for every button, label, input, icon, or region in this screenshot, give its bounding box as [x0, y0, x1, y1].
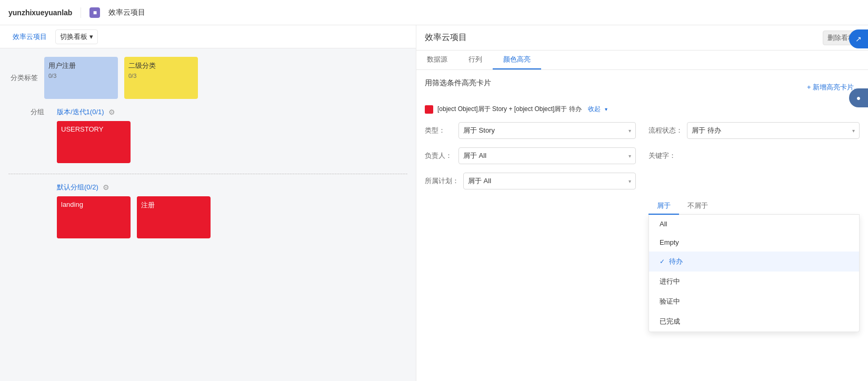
filter-tag-text: [object Object]屑于 Story + [object Object…	[437, 105, 582, 114]
dropdown-item-empty[interactable]: Empty	[649, 233, 859, 252]
plan-select-arrow-icon: ▾	[628, 178, 631, 184]
group-1-header: 版本/迭代1(0/1) ⚙	[57, 107, 407, 117]
group-2-cards: landing 注册	[57, 196, 407, 238]
filter-plan-select[interactable]: 屑于 All ▾	[463, 173, 636, 189]
dropdown-item-inprogress[interactable]: 进行中	[649, 272, 859, 292]
card-user-register[interactable]: 用户注册 0/3	[44, 57, 118, 99]
card-second-category-count: 0/3	[128, 73, 194, 79]
nav-separator	[81, 7, 81, 18]
left-panel: 效率云项目 切换看板 ▾ 分类标签 用户注册 0/3 二级分类 0/3	[0, 25, 416, 381]
filter-panel: 用筛选条件高亮卡片 + 新增高亮卡片... [object Object]屑于 …	[416, 70, 868, 381]
keyword-tab-belongs[interactable]: 屑于	[648, 198, 679, 215]
type-select-arrow-icon: ▾	[628, 128, 631, 134]
right-panel-header: 效率云项目 删除看板	[416, 25, 868, 51]
side-nav-rowcol[interactable]: 行列	[458, 51, 493, 69]
circle-btn-icon: ●	[856, 94, 861, 102]
top-nav: yunzhixueyuanlab ■ 效率云项目	[0, 0, 868, 25]
group-2-settings-icon[interactable]: ⚙	[103, 183, 109, 192]
card-userstory[interactable]: USERSTORY	[57, 121, 131, 163]
side-nav-datasource[interactable]: 数据源	[416, 51, 458, 69]
project-icon: ■	[89, 7, 100, 18]
card-user-register-count: 0/3	[48, 73, 114, 79]
card-landing[interactable]: landing	[57, 196, 131, 238]
top-cards-row: 用户注册 0/3 二级分类 0/3	[44, 57, 198, 99]
filter-keyword-field: 关键字：	[648, 147, 860, 164]
dropdown-item-pending-label: 待办	[669, 257, 683, 266]
left-sub-nav: 效率云项目 切换看板 ▾	[0, 25, 416, 48]
card-userstory-border	[57, 121, 59, 163]
group-1-cards: USERSTORY	[57, 121, 407, 163]
card-second-category[interactable]: 二级分类 0/3	[124, 57, 198, 99]
top-right-expand-btn[interactable]: ↗	[849, 29, 868, 48]
filter-type-label: 类型：	[425, 126, 454, 135]
card-second-category-title: 二级分类	[128, 61, 194, 71]
keyword-tabs: 屑于 不屑于	[648, 198, 860, 215]
switch-board-arrow: ▾	[89, 33, 93, 41]
check-icon: ✓	[660, 258, 665, 265]
nav-project-name: 效率云项目	[108, 8, 145, 17]
dropdown-item-pending[interactable]: ✓ 待办	[649, 252, 859, 272]
collapse-arrow-icon: ▾	[605, 106, 607, 112]
card-landing-border	[57, 196, 59, 238]
sub-nav-project[interactable]: 效率云项目	[8, 30, 51, 44]
filter-owner-value: 屑于 All	[463, 151, 486, 161]
right-side-nav: 数据源 行列 颜色高亮	[416, 51, 868, 70]
card-landing-title: landing	[61, 200, 126, 208]
keyword-tab-not-belongs[interactable]: 不屑于	[679, 198, 716, 215]
filter-plan-label: 所属计划：	[425, 176, 459, 186]
nav-logo: yunzhixueyuanlab	[8, 8, 72, 17]
side-nav-highlight[interactable]: 颜色高亮	[493, 51, 541, 69]
filter-flow-label: 流程状态：	[648, 126, 683, 135]
filter-keyword-label: 关键字：	[648, 151, 678, 161]
filter-form: 类型： 屑于 Story ▾ 流程状态： 屑于 待办 ▾ 负责人	[425, 122, 860, 189]
category-label-row: 分类标签 用户注册 0/3 二级分类 0/3	[8, 57, 407, 99]
keyword-section: 屑于 不屑于 All Empty ✓ 待办 进行中	[648, 198, 860, 332]
group-label: 分组	[31, 107, 44, 117]
card-register-border	[137, 196, 139, 238]
dropdown-item-validating[interactable]: 验证中	[649, 292, 859, 312]
group-1-toggle[interactable]: 版本/迭代1(0/1)	[57, 107, 104, 117]
filter-owner-field: 负责人： 屑于 All ▾	[425, 147, 636, 164]
filter-tag-row: [object Object]屑于 Story + [object Object…	[425, 105, 860, 114]
filter-type-field: 类型： 屑于 Story ▾	[425, 122, 636, 139]
group-2-header: 默认分组(0/2) ⚙	[57, 183, 407, 192]
dropdown-item-validating-label: 验证中	[660, 297, 680, 306]
filter-collapse-btn[interactable]: 收起	[588, 105, 601, 114]
dropdown-item-empty-label: Empty	[660, 238, 679, 246]
dropdown-item-completed-label: 已完成	[660, 317, 680, 326]
dropdown-item-completed[interactable]: 已完成	[649, 312, 859, 332]
circle-action-btn[interactable]: ●	[849, 88, 868, 107]
filter-flow-select[interactable]: 屑于 待办 ▾	[687, 122, 860, 139]
kanban-area: 分类标签 用户注册 0/3 二级分类 0/3 分组	[0, 48, 416, 381]
category-label: 分类标签	[11, 73, 38, 83]
filter-type-select[interactable]: 屑于 Story ▾	[458, 122, 636, 139]
switch-board-label: 切换看板	[60, 32, 87, 42]
main-area: 效率云项目 切换看板 ▾ 分类标签 用户注册 0/3 二级分类 0/3	[0, 25, 868, 381]
switch-board-btn[interactable]: 切换看板 ▾	[55, 29, 98, 44]
filter-title: 用筛选条件高亮卡片	[425, 78, 491, 88]
filter-owner-label: 负责人：	[425, 151, 454, 161]
filter-type-value: 屑于 Story	[463, 126, 495, 135]
card-user-register-title: 用户注册	[48, 61, 114, 71]
group-1-settings-icon[interactable]: ⚙	[108, 108, 115, 116]
card-userstory-title: USERSTORY	[61, 125, 126, 133]
flow-select-arrow-icon: ▾	[852, 128, 855, 134]
right-panel: 效率云项目 删除看板 数据源 行列 颜色高亮 用筛选条件高亮卡片 + 新增高亮卡…	[416, 25, 868, 381]
filter-flow-value: 屑于 待办	[692, 126, 721, 135]
filter-flow-field: 流程状态： 屑于 待办 ▾	[648, 122, 860, 139]
owner-select-arrow-icon: ▾	[628, 153, 631, 159]
filter-owner-select[interactable]: 屑于 All ▾	[458, 147, 636, 164]
right-panel-title: 效率云项目	[425, 32, 467, 43]
group-divider	[8, 174, 407, 174]
dropdown-item-all-label: All	[660, 220, 667, 228]
filter-plan-value: 屑于 All	[468, 176, 491, 186]
filter-plan-field: 所属计划： 屑于 All ▾	[425, 173, 636, 189]
group-section-1: 分组 版本/迭代1(0/1) ⚙ USERSTORY	[8, 103, 407, 245]
dropdown-item-all[interactable]: All	[649, 215, 859, 233]
keyword-dropdown: All Empty ✓ 待办 进行中 验证中	[648, 215, 860, 332]
card-register-title: 注册	[141, 200, 206, 210]
project-icon-symbol: ■	[93, 9, 97, 16]
filter-color-dot	[425, 105, 433, 114]
group-2-toggle[interactable]: 默认分组(0/2)	[57, 183, 98, 192]
card-register[interactable]: 注册	[137, 196, 211, 238]
